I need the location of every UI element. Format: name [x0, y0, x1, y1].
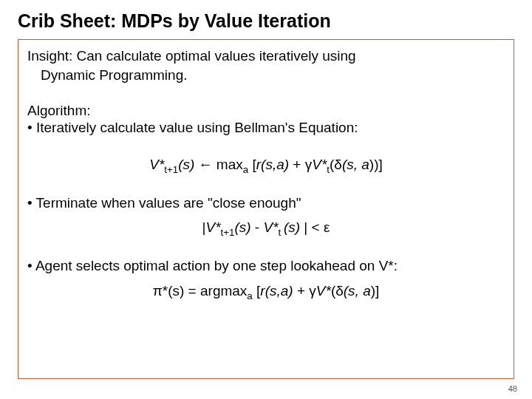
- left-arrow-icon: ←: [199, 157, 213, 172]
- bullet-bellman: Iteratively calculate value using Bellma…: [27, 119, 505, 137]
- equation-bellman: V*t+1(s) ← maxa [r(s,a) + γV*t(δ(s, a))]: [27, 157, 505, 175]
- insight-line-1: Insight: Can calculate optimal values it…: [27, 47, 505, 65]
- insight-line-2: Dynamic Programming.: [27, 66, 505, 84]
- equation-terminate: |V*t+1(s) - V*t (s) | < ε: [27, 219, 505, 238]
- equation-policy: π*(s) = argmaxa [r(s,a) + γV*(δ(s, a)]: [27, 283, 505, 301]
- bullet-terminate: Terminate when values are "close enough": [27, 194, 505, 213]
- bullet-policy: Agent selects optimal action by one step…: [27, 257, 505, 276]
- slide: Crib Sheet: MDPs by Value Iteration Insi…: [0, 0, 532, 399]
- algorithm-label: Algorithm:: [27, 102, 505, 120]
- content-box: Insight: Can calculate optimal values it…: [18, 39, 514, 379]
- page-number: 48: [508, 384, 517, 393]
- slide-title: Crib Sheet: MDPs by Value Iteration: [18, 10, 514, 32]
